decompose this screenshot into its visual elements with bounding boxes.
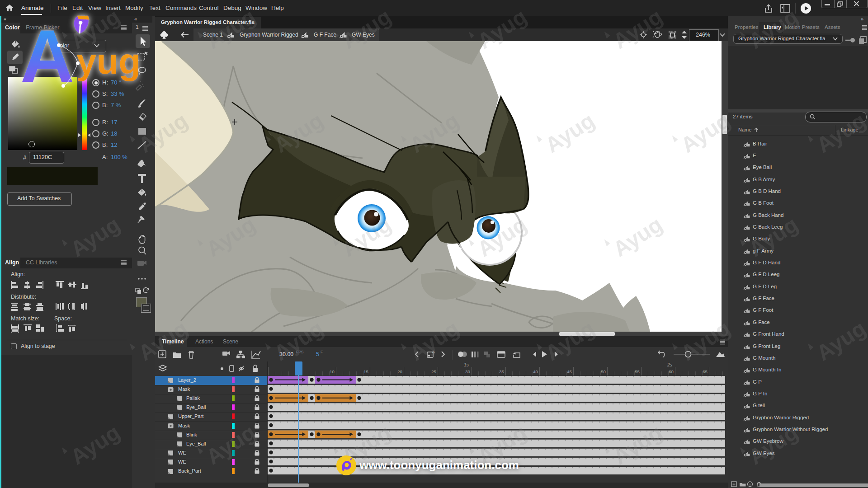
svg-text:A: A xyxy=(432,350,435,354)
svg-text:FPS: FPS xyxy=(296,350,304,354)
svg-text:A: A xyxy=(20,14,74,98)
svg-text:30.00: 30.00 xyxy=(279,351,293,357)
svg-text:5: 5 xyxy=(316,351,319,357)
svg-text:F: F xyxy=(321,350,323,354)
svg-text:yug: yug xyxy=(76,41,141,81)
